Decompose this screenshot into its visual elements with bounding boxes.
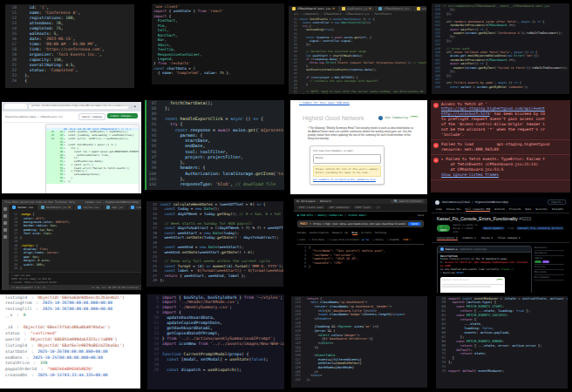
repo-nav-item[interactable]: Insights [552, 207, 563, 212]
document-field-row: status : "confirmed" [5, 331, 140, 337]
line-number: 6 [299, 265, 309, 268]
form-input[interactable]: Write [313, 154, 381, 164]
workspace-label[interactable]: My Workspace · Network [296, 199, 331, 203]
error-icon: ✕ [433, 103, 439, 108]
sidebar-section-label[interactable]: Development [535, 275, 564, 280]
method-select[interactable]: POST ▾ [300, 222, 311, 226]
browser-menu-icon[interactable]: ⋮ ● [130, 105, 139, 108]
param-tab[interactable]: Settings [375, 231, 386, 235]
field-value: ObjectId('68af6e7e9029a861b23ba5bc') [37, 343, 125, 349]
repo-nav-item[interactable]: Wiki [526, 207, 532, 212]
param-tab[interactable]: Scripts [361, 231, 371, 235]
repo-nav-item[interactable]: Security [535, 207, 547, 212]
request-tab[interactable]: GET summaries [327, 206, 351, 209]
doc-top-link[interactable]: • Videos for this task: HGN Wiki [290, 100, 427, 108]
send-button[interactable]: Send [408, 222, 421, 226]
tab-label: navbar.css [17, 206, 33, 209]
error-body: Access to fetch at 'https://api-staging.… [441, 102, 568, 139]
editor-tab[interactable]: useEvents.jsM [338, 6, 375, 11]
file-icon [41, 206, 44, 209]
save-button[interactable]: Save [418, 213, 424, 217]
repo-nav-item[interactable]: Pull requests 558 [466, 207, 491, 212]
body-type-radio[interactable]: ○ binary [372, 239, 384, 241]
screenshot-t1: 10 id: '1',11 name: 'Conference A',12 re… [5, 4, 134, 88]
terminal-panel: > npm run devVITE v5.2.0 ready in 412 ms… [9, 272, 141, 285]
screenshot-t5: github.com/OneCommunityGlobal/HighestGoo… [2, 102, 141, 194]
file-icon [78, 206, 81, 209]
files-icon[interactable] [3, 207, 7, 211]
body-type-radio[interactable]: ○ x-www-form-urlencoded [328, 239, 359, 241]
debug-icon[interactable] [3, 228, 7, 232]
body-type-radio[interactable]: ● raw [362, 239, 369, 241]
repo-nav-item[interactable]: Projects [509, 207, 521, 212]
console-link[interactable]: Show ignore-listed frames [441, 172, 499, 177]
field-value: ObjectId('68e5a6de9dbeecd12b3e4b2c') [37, 295, 125, 301]
body-type-radio[interactable]: ○ form-data [309, 239, 323, 241]
menu-bar[interactable]: File Edit Selection View Go Run Terminal… [4, 200, 75, 204]
issue-link[interactable]: #3107 [457, 271, 464, 274]
repo-nav-item[interactable]: Issues 5k+ [446, 207, 461, 212]
head-branch[interactable]: kassel_fix_console_errors [516, 226, 564, 230]
param-tab[interactable]: Headers (9) [332, 231, 349, 235]
request-tab[interactable]: POST create week [296, 206, 325, 209]
screenshot-heading: Highest Good Network [442, 279, 469, 282]
field-key: restingFrom [5, 301, 31, 307]
comment-meta: commented yesterday [459, 247, 487, 251]
editor-tab[interactable]: eventHelpers.js [413, 6, 426, 11]
form-bottom-link[interactable]: See examples of accepted weekly summarie… [313, 179, 381, 181]
request-url-input[interactable]: https://hgn-rest-beta.azurewebsites.net/… [313, 222, 406, 226]
error-line: resource: net::ERR_FAILED [441, 147, 568, 152]
console-link[interactable]: https://api-staging.highestgood.com/api/… [441, 106, 545, 111]
search-input[interactable]: Search… [548, 199, 566, 205]
repo-nav-item[interactable]: Actions [494, 207, 505, 212]
search-icon[interactable] [3, 214, 7, 218]
console-link[interactable]: http://localhost:5173 [441, 112, 490, 116]
editor-tab[interactable]: CPDashboard.test.jsxM [289, 6, 338, 11]
repo-breadcrumb[interactable]: OneCommunityGlobal / HighestGoodNetworkA… [442, 200, 508, 204]
code-line: { name: 'Completed', value: 75 }, [153, 71, 283, 75]
screenshot-logo-icon [496, 279, 503, 282]
browser-chrome: github.com/OneCommunityGlobal/HighestGoo… [2, 102, 141, 112]
sidebar-section-label[interactable]: Labels [535, 256, 564, 265]
pr-tab[interactable]: Checks 6 [481, 236, 493, 240]
url-row: POST ▾https://hgn-rest-beta.azurewebsite… [297, 220, 424, 227]
tile-vscode-full-window: File Edit Selection View Go Run Terminal… [0, 196, 143, 294]
request-tab[interactable]: + [375, 206, 382, 209]
request-tab[interactable]: POST login [353, 206, 373, 209]
pr-tab[interactable]: Commits 1 [463, 236, 476, 240]
repo-nav-item[interactable]: Code [436, 207, 442, 212]
activity-bar [2, 205, 9, 290]
field-colon: : [20, 337, 31, 343]
cancel-changes-button[interactable]: Cancel changes [78, 113, 106, 120]
param-tab[interactable]: Authorization [310, 231, 329, 235]
commit-changes-button[interactable]: Commit changes... [107, 113, 138, 118]
pr-tab[interactable]: Conversation 0 [437, 236, 458, 240]
editor-tab[interactable]: CPDashboard.jsx [375, 6, 413, 11]
body-type-radio[interactable]: ○ GraphQL [387, 239, 399, 241]
code-line: 26} [10, 267, 140, 270]
code-area: 12.badge {13 color: #fff;14 background-c… [9, 212, 141, 271]
pr-tab[interactable]: Files changed 2 [498, 236, 520, 240]
param-tab[interactable]: Body [352, 231, 358, 235]
code-area: 31const fetchEvents = useCallback(async … [289, 17, 426, 94]
body-format-select[interactable]: JSON ▾ [403, 239, 411, 241]
field-value: 0 [24, 313, 26, 319]
modified-dot: M [369, 7, 371, 10]
line-number: 28 [148, 278, 160, 282]
extensions-icon[interactable] [3, 235, 7, 239]
page-action-bar: HighestGoodNetworkApp / CPDashboard.jsxC… [2, 112, 141, 123]
screenshot-t13: listingId : ObjectId('68e5a6de9dbeecd12b… [0, 294, 140, 389]
pr-number: #3203 [519, 216, 531, 221]
tab-label: timer.css [136, 206, 141, 209]
browser-tab[interactable] [4, 104, 27, 109]
base-branch[interactable]: development [482, 226, 505, 230]
git-icon[interactable] [3, 221, 7, 225]
body-type-radio[interactable]: ○ none [297, 239, 305, 241]
url-bar[interactable]: github.com/OneCommunityGlobal/HighestGoo… [29, 105, 128, 109]
comment-author[interactable]: kassel-w [446, 247, 457, 251]
param-tab[interactable]: Params [297, 231, 306, 235]
status-left: ⎇ development* ⊘ 0 ⚠ 0 [11, 286, 45, 289]
code-area: 6import { boxStyle, boxStyleDark } from … [147, 294, 284, 375]
search-postman-input[interactable]: 🔍 Search Postman [391, 199, 425, 203]
error-icon: ✕ [433, 143, 439, 148]
